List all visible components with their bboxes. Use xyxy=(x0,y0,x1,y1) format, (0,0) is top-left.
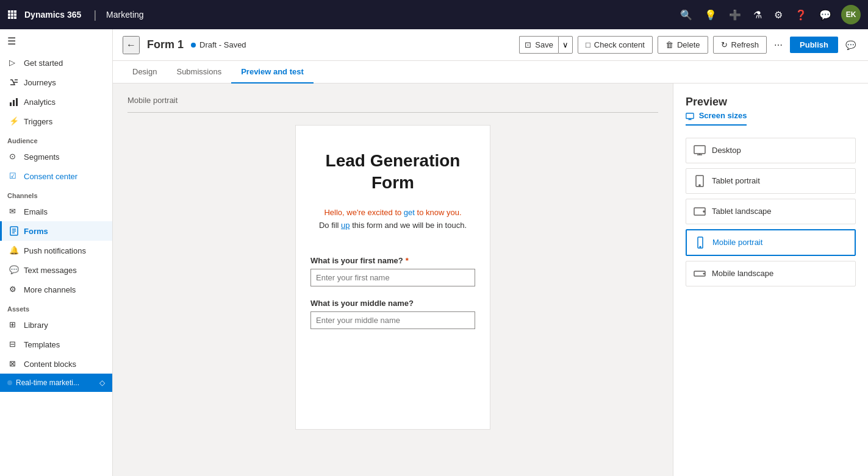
description-get: get xyxy=(404,208,415,217)
lightbulb-icon[interactable]: 💡 xyxy=(702,7,719,23)
channels-section-label: Channels xyxy=(0,186,112,202)
size-option-tablet-landscape[interactable]: Tablet landscape xyxy=(686,199,856,224)
canvas-divider xyxy=(127,112,658,113)
publish-button[interactable]: Publish xyxy=(790,37,838,53)
sidebar-item-triggers[interactable]: ⚡ Triggers xyxy=(0,112,112,131)
save-label: Save xyxy=(535,40,553,49)
preview-panel-title: Preview xyxy=(686,96,856,108)
content-area: ← Form 1 Draft - Saved ⊡ Save ∨ □ Check … xyxy=(113,29,868,476)
app-grid-button[interactable] xyxy=(7,10,17,20)
screen-sizes-header: Screen sizes xyxy=(686,111,856,128)
help-icon[interactable]: ❓ xyxy=(792,7,809,23)
size-option-mobile-portrait[interactable]: Mobile portrait xyxy=(686,229,856,256)
subheader-actions: ⊡ Save ∨ □ Check content 🗑 Delete ↻ Refr… xyxy=(519,36,858,54)
chat-icon[interactable]: 💬 xyxy=(817,7,834,23)
size-option-desktop[interactable]: Desktop xyxy=(686,138,856,163)
search-icon[interactable]: 🔍 xyxy=(678,7,695,23)
sidebar-item-more-channels[interactable]: ⚙ More channels xyxy=(0,280,112,299)
refresh-button[interactable]: ↻ Refresh xyxy=(713,36,767,54)
module-name: Marketing xyxy=(106,10,143,20)
svg-rect-9 xyxy=(10,102,12,106)
sidebar-item-consent-center[interactable]: ☑ Consent center xyxy=(0,166,112,186)
delete-button[interactable]: 🗑 Delete xyxy=(658,36,708,54)
sidebar-item-templates[interactable]: ⊟ Templates xyxy=(0,335,112,354)
user-avatar[interactable]: EK xyxy=(841,5,861,24)
sidebar-item-label: Consent center xyxy=(24,172,77,181)
library-icon: ⊞ xyxy=(9,320,19,330)
save-button[interactable]: ⊡ Save xyxy=(519,36,558,54)
sidebar-item-label: Analytics xyxy=(24,98,56,107)
subheader: ← Form 1 Draft - Saved ⊡ Save ∨ □ Check … xyxy=(113,29,868,61)
sidebar-item-label: Triggers xyxy=(24,117,52,126)
tab-submissions[interactable]: Submissions xyxy=(167,61,231,83)
sidebar-item-text-messages[interactable]: 💬 Text messages xyxy=(0,260,112,280)
tab-design[interactable]: Design xyxy=(123,61,167,83)
sidebar-item-library[interactable]: ⊞ Library xyxy=(0,315,112,335)
rm-label: Real-time marketi... xyxy=(16,378,79,387)
size-option-label: Desktop xyxy=(712,146,741,155)
push-notifications-icon: 🔔 xyxy=(9,246,19,255)
middle-name-label: What is your middle name? xyxy=(310,299,475,308)
screen-sizes-label[interactable]: Screen sizes xyxy=(686,111,747,126)
svg-rect-6 xyxy=(8,16,10,19)
size-option-label: Mobile portrait xyxy=(712,238,762,247)
sidebar-item-label: Get started xyxy=(24,59,63,68)
svg-rect-3 xyxy=(8,13,10,16)
form-description: Hello, we're excited to get to know you.… xyxy=(310,207,475,232)
comment-icon[interactable]: 💬 xyxy=(843,38,858,52)
svg-rect-1 xyxy=(11,10,13,13)
segments-icon: ⊙ xyxy=(9,152,19,162)
size-option-label: Tablet landscape xyxy=(712,207,772,216)
status-text: Draft - Saved xyxy=(199,40,246,49)
emails-icon: ✉ xyxy=(9,207,19,216)
sidebar-item-label: More channels xyxy=(24,285,76,294)
status-dot xyxy=(191,43,196,48)
sidebar-item-segments[interactable]: ⊙ Segments xyxy=(0,147,112,166)
tabs-bar: Design Submissions Preview and test xyxy=(113,61,868,83)
sidebar: ☰ ▷ Get started Journeys Analytics ⚡ Tri… xyxy=(0,29,113,476)
sidebar-item-get-started[interactable]: ▷ Get started xyxy=(0,53,112,73)
consent-center-icon: ☑ xyxy=(9,171,19,181)
first-name-input[interactable] xyxy=(310,269,475,286)
sidebar-item-journeys[interactable]: Journeys xyxy=(0,73,112,92)
sidebar-item-forms[interactable]: Forms xyxy=(0,221,112,241)
assets-section-label: Assets xyxy=(0,299,112,315)
get-started-icon: ▷ xyxy=(9,58,19,68)
topbar: Dynamics 365 | Marketing 🔍 💡 ➕ ⚗ ⚙ ❓ 💬 E… xyxy=(0,0,868,29)
svg-rect-8 xyxy=(14,16,16,19)
more-options-button[interactable]: ⋯ xyxy=(772,38,785,52)
preview-panel: Preview Screen sizes Desktop xyxy=(673,83,868,476)
body-area: Mobile portrait Lead Generation Form Hel… xyxy=(113,83,868,476)
svg-rect-5 xyxy=(14,13,16,16)
real-time-marketing-badge[interactable]: Real-time marketi... ◇ xyxy=(0,374,112,392)
preview-canvas: Mobile portrait Lead Generation Form Hel… xyxy=(113,83,673,476)
sidebar-item-label: Journeys xyxy=(24,78,56,87)
check-content-button[interactable]: □ Check content xyxy=(578,36,653,54)
form-field-middle-name: What is your middle name? xyxy=(310,299,475,329)
add-icon[interactable]: ➕ xyxy=(726,7,744,23)
sidebar-item-content-blocks[interactable]: ⊠ Content blocks xyxy=(0,354,112,374)
sidebar-item-emails[interactable]: ✉ Emails xyxy=(0,202,112,221)
filter-icon[interactable]: ⚗ xyxy=(751,7,764,23)
save-dropdown-button[interactable]: ∨ xyxy=(558,36,573,54)
settings-icon[interactable]: ⚙ xyxy=(772,7,785,23)
sidebar-item-analytics[interactable]: Analytics xyxy=(0,92,112,112)
rm-dot xyxy=(7,380,12,385)
description-hello: Hello, we're excited to xyxy=(324,208,403,217)
page-title: Form 1 xyxy=(147,38,184,51)
journeys-icon xyxy=(9,77,19,87)
svg-rect-4 xyxy=(11,13,13,16)
size-option-tablet-portrait[interactable]: Tablet portrait xyxy=(686,168,856,194)
tab-preview-and-test[interactable]: Preview and test xyxy=(231,61,314,83)
middle-name-input[interactable] xyxy=(310,311,475,329)
sidebar-toggle[interactable]: ☰ xyxy=(0,29,112,53)
first-name-label: What is your first name? * xyxy=(310,256,475,265)
topbar-divider: | xyxy=(93,9,96,21)
sidebar-item-push-notifications[interactable]: 🔔 Push notifications xyxy=(0,241,112,260)
audience-section-label: Audience xyxy=(0,131,112,147)
size-option-mobile-landscape[interactable]: Mobile landscape xyxy=(686,261,856,286)
description-rest1: to know you. xyxy=(415,208,462,217)
back-button[interactable]: ← xyxy=(123,36,140,54)
refresh-label: Refresh xyxy=(731,40,759,49)
templates-icon: ⊟ xyxy=(9,339,19,349)
